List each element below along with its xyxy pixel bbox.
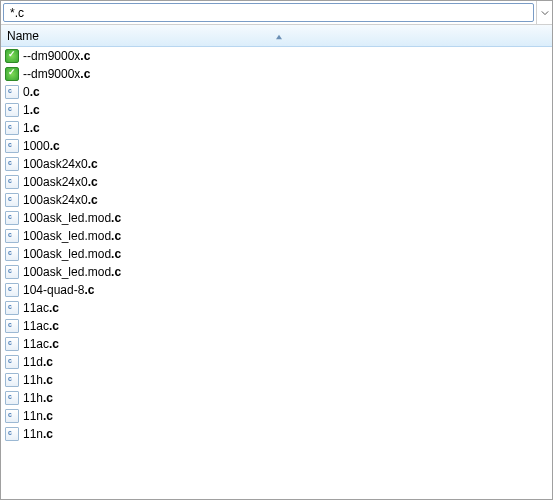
- list-item[interactable]: 1.c: [1, 119, 552, 137]
- file-c-icon: [5, 265, 19, 279]
- file-name-label: 100ask_led.mod.c: [23, 211, 121, 225]
- list-item[interactable]: 0.c: [1, 83, 552, 101]
- chevron-down-icon: [541, 6, 549, 20]
- list-item[interactable]: 11d.c: [1, 353, 552, 371]
- file-c-icon: [5, 247, 19, 261]
- filter-bar: [1, 1, 552, 25]
- file-c-icon: [5, 85, 19, 99]
- file-c-icon: [5, 229, 19, 243]
- file-c-icon: [5, 355, 19, 369]
- list-item[interactable]: --dm9000x.c: [1, 65, 552, 83]
- list-item[interactable]: 11h.c: [1, 389, 552, 407]
- file-name-label: 1.c: [23, 103, 40, 117]
- file-c-icon: [5, 193, 19, 207]
- file-name-label: 11d.c: [23, 355, 53, 369]
- file-list[interactable]: --dm9000x.c--dm9000x.c0.c1.c1.c1000.c100…: [1, 47, 552, 499]
- column-name-label: Name: [5, 29, 275, 43]
- list-item[interactable]: 11ac.c: [1, 317, 552, 335]
- file-c-icon: [5, 373, 19, 387]
- list-item[interactable]: 11ac.c: [1, 335, 552, 353]
- list-item[interactable]: 11h.c: [1, 371, 552, 389]
- file-name-label: 1000.c: [23, 139, 60, 153]
- file-c-icon: [5, 211, 19, 225]
- file-name-label: 104-quad-8.c: [23, 283, 94, 297]
- file-checked-icon: [5, 67, 19, 81]
- list-item[interactable]: 100ask24x0.c: [1, 155, 552, 173]
- file-name-label: --dm9000x.c: [23, 67, 90, 81]
- list-item[interactable]: 11ac.c: [1, 299, 552, 317]
- dropdown-toggle[interactable]: [536, 1, 552, 24]
- file-checked-icon: [5, 49, 19, 63]
- file-name-label: --dm9000x.c: [23, 49, 90, 63]
- search-input[interactable]: [3, 3, 534, 22]
- sort-indicator: [275, 29, 289, 43]
- list-item[interactable]: --dm9000x.c: [1, 47, 552, 65]
- list-item[interactable]: 100ask_led.mod.c: [1, 245, 552, 263]
- list-item[interactable]: 100ask_led.mod.c: [1, 227, 552, 245]
- file-name-label: 11ac.c: [23, 337, 59, 351]
- file-c-icon: [5, 427, 19, 441]
- list-item[interactable]: 1000.c: [1, 137, 552, 155]
- column-header[interactable]: Name: [1, 25, 552, 47]
- file-name-label: 11ac.c: [23, 319, 59, 333]
- file-name-label: 1.c: [23, 121, 40, 135]
- list-item[interactable]: 100ask24x0.c: [1, 191, 552, 209]
- file-name-label: 11h.c: [23, 373, 53, 387]
- file-name-label: 11h.c: [23, 391, 53, 405]
- file-name-label: 100ask24x0.c: [23, 193, 98, 207]
- file-c-icon: [5, 139, 19, 153]
- file-name-label: 11n.c: [23, 409, 53, 423]
- file-name-label: 100ask24x0.c: [23, 157, 98, 171]
- list-item[interactable]: 11n.c: [1, 425, 552, 443]
- file-c-icon: [5, 121, 19, 135]
- list-item[interactable]: 100ask_led.mod.c: [1, 263, 552, 281]
- file-c-icon: [5, 337, 19, 351]
- file-name-label: 100ask_led.mod.c: [23, 229, 121, 243]
- list-item[interactable]: 100ask24x0.c: [1, 173, 552, 191]
- file-name-label: 11n.c: [23, 427, 53, 441]
- file-c-icon: [5, 103, 19, 117]
- file-name-label: 100ask24x0.c: [23, 175, 98, 189]
- file-name-label: 11ac.c: [23, 301, 59, 315]
- file-name-label: 100ask_led.mod.c: [23, 247, 121, 261]
- file-c-icon: [5, 391, 19, 405]
- file-c-icon: [5, 283, 19, 297]
- list-item[interactable]: 1.c: [1, 101, 552, 119]
- file-c-icon: [5, 175, 19, 189]
- file-c-icon: [5, 319, 19, 333]
- file-c-icon: [5, 301, 19, 315]
- file-name-label: 0.c: [23, 85, 40, 99]
- list-item[interactable]: 104-quad-8.c: [1, 281, 552, 299]
- sort-asc-icon: [275, 29, 283, 43]
- file-c-icon: [5, 409, 19, 423]
- list-item[interactable]: 11n.c: [1, 407, 552, 425]
- list-item[interactable]: 100ask_led.mod.c: [1, 209, 552, 227]
- file-name-label: 100ask_led.mod.c: [23, 265, 121, 279]
- file-c-icon: [5, 157, 19, 171]
